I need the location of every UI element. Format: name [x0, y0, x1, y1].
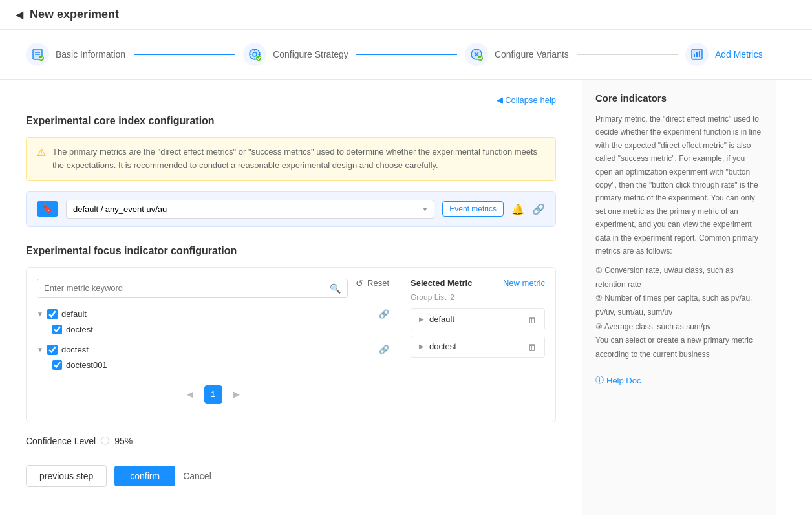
selected-group-row-doctest[interactable]: ▶ doctest 🗑: [411, 336, 544, 357]
main-content: ◀ Collapse help Experimental core index …: [0, 80, 812, 515]
prev-page-button[interactable]: ◀: [181, 385, 199, 404]
group-toggle-doctest: ▼: [37, 346, 43, 353]
help-doc-label: Help Doc: [606, 376, 641, 385]
reset-button[interactable]: ↺ Reset: [356, 278, 389, 288]
focus-config-inner: 🔍 ↺ Reset ▼ defaul: [27, 268, 555, 422]
cancel-button[interactable]: Cancel: [183, 471, 211, 481]
step-icon-metrics: [685, 43, 709, 66]
svg-point-3: [39, 56, 44, 61]
selected-group-row-default[interactable]: ▶ default 🗑: [411, 309, 544, 330]
focus-section-title: Experimental focus indicator configurati…: [26, 245, 556, 257]
group-checkbox-doctest[interactable]: [47, 345, 58, 355]
step-metrics: Add Metrics: [685, 43, 786, 66]
alert-text: The primary metrics are the "direct effe…: [52, 146, 545, 173]
pagination: ◀ 1 ▶: [37, 378, 389, 411]
next-page-button[interactable]: ▶: [228, 385, 246, 404]
search-bar[interactable]: 🔍: [37, 279, 348, 298]
core-metric-card: 🔖 default / any_event uv/au ▼ Event metr…: [26, 191, 556, 227]
warning-icon: ⚠: [37, 146, 46, 173]
selected-group-arrow-doctest: ▶: [419, 343, 424, 350]
sidebar-title: Core indicators: [595, 92, 763, 103]
back-button[interactable]: ◀: [16, 8, 23, 21]
reset-label: Reset: [367, 278, 389, 288]
metric-item-doctest001: doctest001: [37, 358, 389, 372]
metric-action-icons: 🔔 🔗: [511, 203, 545, 215]
step-label-metrics: Add Metrics: [715, 49, 763, 59]
metric-select-wrapper: default / any_event uv/au ▼: [66, 200, 434, 219]
search-input[interactable]: [44, 283, 325, 293]
item-checkbox-doctest001[interactable]: [52, 360, 62, 370]
metric-select-input[interactable]: default / any_event uv/au: [66, 200, 434, 219]
group-link-icon-default[interactable]: 🔗: [379, 309, 389, 319]
step-strategy: Configure Strategy: [243, 43, 348, 66]
metric-group-default: ▼ default 🔗 doctest: [37, 307, 389, 337]
confirm-button[interactable]: confirm: [114, 466, 175, 486]
confidence-value: 95%: [114, 436, 133, 446]
focus-section: Experimental focus indicator configurati…: [26, 245, 556, 422]
new-metric-button[interactable]: New metric: [503, 278, 545, 288]
page-title: New experiment: [30, 8, 119, 21]
help-sidebar: Core indicators Primary metric, the "dir…: [582, 80, 776, 515]
selected-group-name-doctest: doctest: [429, 341, 528, 351]
link-icon[interactable]: 🔗: [532, 203, 545, 215]
group-list-text: Group List: [411, 293, 446, 302]
collapse-help-row: ◀ Collapse help: [26, 95, 556, 105]
step-label-basic: Basic Information: [56, 49, 125, 59]
bookmark-icon: 🔖: [37, 201, 58, 217]
sidebar-numbered-items: ① Conversion rate, uv/au class, such as …: [595, 264, 763, 362]
group-header-default[interactable]: ▼ default 🔗: [37, 307, 389, 322]
connector-1: [134, 54, 235, 55]
help-doc-link[interactable]: ⓘ Help Doc: [595, 374, 763, 386]
group-checkbox-default[interactable]: [47, 309, 58, 319]
step-icon-variants: [465, 43, 488, 66]
step-variants: Configure Variants: [465, 43, 569, 66]
selected-title: Selected Metric: [411, 278, 472, 288]
event-metrics-badge[interactable]: Event metrics: [442, 201, 504, 217]
delete-group-default-icon[interactable]: 🗑: [528, 314, 537, 325]
selected-group-doctest: ▶ doctest 🗑: [411, 336, 545, 358]
reset-icon: ↺: [356, 278, 363, 288]
step-label-strategy: Configure Strategy: [273, 49, 348, 59]
confidence-info-icon[interactable]: ⓘ: [101, 435, 109, 447]
svg-point-10: [256, 56, 261, 61]
steps-bar: Basic Information Configure Strategy Con…: [0, 30, 812, 80]
header: ◀ New experiment: [0, 0, 812, 30]
item-name-doctest: doctest: [66, 325, 93, 334]
delete-group-doctest-icon[interactable]: 🗑: [528, 341, 537, 352]
metric-search-panel: 🔍 ↺ Reset ▼ defaul: [27, 268, 400, 422]
group-name-doctest: doctest: [61, 345, 89, 354]
item-name-doctest001: doctest001: [66, 360, 107, 370]
metric-item-doctest: doctest: [37, 322, 389, 337]
step-icon-strategy: [243, 43, 266, 66]
step-label-variants: Configure Variants: [495, 49, 569, 59]
group-list-label: Group List 2: [411, 293, 545, 302]
sidebar-item-4: You can select or create a new primary m…: [595, 334, 763, 362]
confidence-label: Confidence Level: [26, 436, 96, 446]
group-link-icon-doctest[interactable]: 🔗: [379, 345, 389, 354]
footer-actions: previous step confirm Cancel: [26, 465, 556, 500]
search-icon: 🔍: [330, 283, 341, 294]
metric-group-doctest: ▼ doctest 🔗 doctest001: [37, 342, 389, 372]
sidebar-description: Primary metric, the "direct effect metri…: [595, 113, 763, 257]
step-basic: Basic Information: [26, 43, 127, 66]
sidebar-item-2: ② Number of times per capita, such as pv…: [595, 292, 763, 319]
help-doc-icon: ⓘ: [595, 374, 604, 386]
page-1-button[interactable]: 1: [204, 385, 222, 404]
sidebar-item-1: ① Conversion rate, uv/au class, such as …: [595, 264, 763, 292]
selected-group-name-default: default: [429, 314, 528, 324]
step-icon-basic: [26, 43, 49, 66]
focus-config-container: 🔍 ↺ Reset ▼ defaul: [26, 267, 556, 422]
group-header-doctest[interactable]: ▼ doctest 🔗: [37, 342, 389, 358]
metric-dropdown[interactable]: default / any_event uv/au ▼: [66, 200, 434, 219]
svg-point-14: [478, 56, 483, 61]
selected-panel: Selected Metric New metric Group List 2 …: [400, 268, 555, 422]
alert-box: ⚠ The primary metrics are the "direct ef…: [26, 137, 556, 181]
bell-icon[interactable]: 🔔: [511, 203, 524, 215]
group-toggle-default: ▼: [37, 310, 43, 318]
item-checkbox-doctest[interactable]: [52, 325, 62, 334]
connector-2: [356, 54, 457, 55]
selected-header: Selected Metric New metric: [411, 278, 545, 288]
collapse-help-button[interactable]: ◀ Collapse help: [497, 95, 556, 105]
prev-step-button[interactable]: previous step: [26, 465, 107, 487]
selected-group-arrow-default: ▶: [419, 316, 424, 323]
